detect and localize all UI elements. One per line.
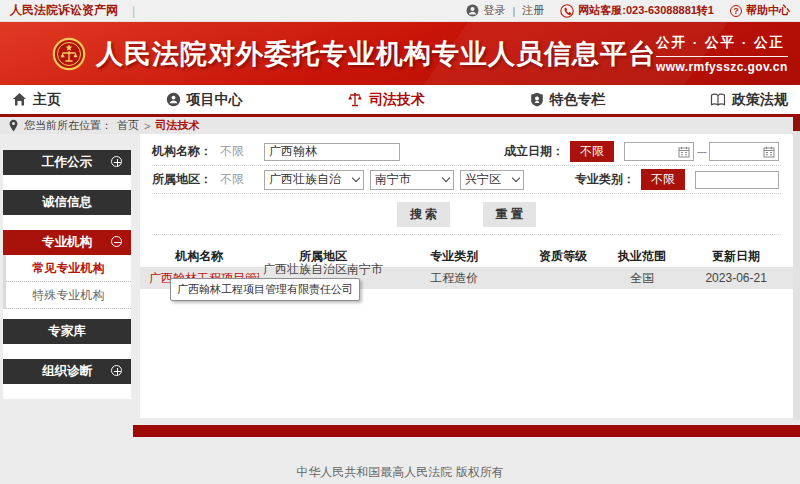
city-select[interactable]: 南宁市	[370, 170, 454, 190]
category-input[interactable]	[695, 171, 779, 189]
sidebar-item-org-diagnosis[interactable]: 组织诊断	[3, 359, 131, 384]
org-name-unlimited[interactable]: 不限	[220, 143, 264, 160]
content-panel: 机构名称： 不限 成立日期： 不限 --- 所属地区： 不限	[140, 134, 793, 418]
founded-date-to-input[interactable]	[709, 142, 779, 161]
slogan-text: 公开 · 公平 · 公正	[656, 34, 788, 57]
service-group: 网站客服:023-63088881转1	[560, 3, 714, 18]
chevron-down-icon	[352, 174, 360, 182]
sidebar-item-work-publicity[interactable]: 工作公示	[3, 150, 131, 175]
platform-title: 人民法院对外委托专业机构专业人员信息平台	[96, 36, 656, 72]
breadcrumb-prefix: 您当前所在位置：	[24, 118, 112, 133]
sidebar-item-integrity-info[interactable]: 诚信信息	[3, 190, 131, 215]
org-category-cell: 工程造价	[387, 270, 521, 287]
court-emblem-logo	[52, 37, 86, 71]
sidebar-item-label: 专家库	[48, 324, 86, 338]
category-group: 专业类别： 不限	[575, 169, 779, 190]
service-phone: 网站客服:023-63088881转1	[578, 3, 714, 18]
filter-row-name-date: 机构名称： 不限 成立日期： 不限 ---	[152, 138, 781, 166]
breadcrumb-current[interactable]: 司法技术	[155, 118, 199, 133]
nav-label: 主页	[33, 91, 61, 109]
help-center-link[interactable]: 帮助中心	[746, 3, 790, 18]
copyright-footer: 中华人民共和国最高人民法院 版权所有	[0, 464, 800, 481]
sidebar-item-label: 诚信信息	[42, 195, 92, 209]
col-header-category: 专业类别	[387, 248, 521, 265]
topbar-right: 登录 | 注册 网站客服:023-63088881转1 帮助中心	[450, 3, 790, 18]
submenu-item-common-orgs[interactable]: 常见专业机构	[6, 255, 131, 282]
province-value: 广西壮族自治	[269, 171, 341, 188]
breadcrumb-separator: >	[144, 120, 150, 132]
founded-date-group: 成立日期： 不限 ---	[504, 141, 779, 162]
main-nav: 主页 项目中心 司法技术 特色专栏 政策法规	[0, 85, 800, 117]
region-unlimited[interactable]: 不限	[220, 171, 264, 188]
filter-row-region-category: 所属地区： 不限 广西壮族自治 南宁市 兴宁区 专业类别： 不限	[152, 166, 781, 194]
founded-date-from-input[interactable]	[624, 142, 694, 161]
sidebar-item-label: 专业机构	[42, 235, 92, 249]
banner-slogan-block: 公开 · 公平 · 公正 www.rmfysszc.gov.cn	[656, 34, 800, 74]
expand-icon[interactable]	[111, 156, 122, 167]
city-value: 南宁市	[375, 171, 411, 188]
col-header-org-name: 机构名称	[140, 248, 259, 265]
page-scrollbar-thumb[interactable]	[793, 117, 800, 131]
province-select[interactable]: 广西壮族自治	[264, 170, 364, 190]
login-register-divider: |	[512, 5, 515, 17]
nav-item-judicial-tech[interactable]: 司法技术	[347, 91, 425, 109]
org-scope-cell: 全国	[605, 270, 679, 287]
login-link[interactable]: 登录	[483, 3, 505, 18]
category-label: 专业类别：	[575, 171, 641, 188]
phone-icon	[560, 4, 574, 18]
founded-date-label: 成立日期：	[504, 143, 570, 160]
location-pin-icon	[8, 119, 19, 132]
shield-icon	[530, 92, 544, 107]
scales-icon	[347, 92, 363, 107]
project-center-icon	[166, 92, 181, 107]
sidebar-item-label: 工作公示	[42, 155, 92, 169]
main-area: 工作公示 诚信信息 专业机构 常见专业机构 特殊专业机构 专家库 组织诊断 机构…	[0, 134, 800, 484]
expand-icon[interactable]	[111, 365, 122, 376]
org-name-label: 机构名称：	[152, 143, 220, 160]
district-value: 兴宁区	[465, 171, 501, 188]
org-updated-cell: 2023-06-21	[679, 271, 793, 285]
site-banner: 人民法院对外委托专业机构专业人员信息平台 公开 · 公平 · 公正 www.rm…	[0, 22, 800, 85]
col-header-scope: 执业范围	[605, 248, 679, 265]
category-unlimited-button[interactable]: 不限	[641, 169, 685, 190]
utility-bar: 人民法院诉讼资产网 | 登录 | 注册 网站客服:023-63088881转1 …	[0, 0, 800, 22]
region-label: 所属地区：	[152, 171, 220, 188]
sidebar-item-professional-orgs[interactable]: 专业机构	[3, 230, 131, 255]
home-icon	[12, 92, 27, 107]
book-icon	[710, 93, 726, 107]
col-header-level: 资质等级	[521, 248, 605, 265]
search-button[interactable]: 搜 索	[397, 202, 450, 227]
calendar-icon	[678, 146, 690, 158]
nav-label: 政策法规	[732, 91, 788, 109]
submenu-item-special-orgs[interactable]: 特殊专业机构	[6, 282, 131, 309]
breadcrumb: 您当前所在位置： 首页 > 司法技术	[0, 117, 800, 134]
nav-item-project-center[interactable]: 项目中心	[166, 91, 243, 109]
col-header-updated: 更新日期	[679, 248, 793, 265]
register-link[interactable]: 注册	[522, 3, 544, 18]
collapse-icon[interactable]	[111, 236, 122, 247]
site-url: www.rmfysszc.gov.cn	[656, 60, 788, 74]
chevron-down-icon	[442, 174, 450, 182]
help-icon	[730, 5, 742, 17]
nav-item-featured-column[interactable]: 特色专栏	[530, 91, 606, 109]
org-name-tooltip: 广西翰林工程项目管理有限责任公司	[170, 278, 360, 301]
founded-unlimited-button[interactable]: 不限	[570, 141, 614, 162]
content-bottom-bar	[133, 425, 800, 437]
nav-item-policy[interactable]: 政策法规	[710, 91, 788, 109]
nav-label: 司法技术	[369, 91, 425, 109]
district-select[interactable]: 兴宁区	[460, 170, 524, 190]
sidebar-item-expert-pool[interactable]: 专家库	[3, 319, 131, 344]
nav-label: 特色专栏	[550, 91, 606, 109]
sidebar: 工作公示 诚信信息 专业机构 常见专业机构 特殊专业机构 专家库 组织诊断	[3, 150, 131, 399]
org-name-input[interactable]	[264, 143, 400, 161]
sidebar-item-label: 组织诊断	[42, 364, 92, 378]
user-icon	[466, 4, 479, 17]
filter-actions: 搜 索 重 置	[152, 194, 781, 235]
account-group: 登录 | 注册	[466, 3, 544, 18]
nav-label: 项目中心	[187, 91, 243, 109]
nav-item-home[interactable]: 主页	[12, 91, 61, 109]
table-header-row: 机构名称 所属地区 专业类别 资质等级 执业范围 更新日期	[140, 245, 793, 267]
reset-button[interactable]: 重 置	[483, 202, 536, 227]
asset-site-link[interactable]: 人民法院诉讼资产网	[10, 2, 118, 19]
breadcrumb-home[interactable]: 首页	[117, 118, 139, 133]
